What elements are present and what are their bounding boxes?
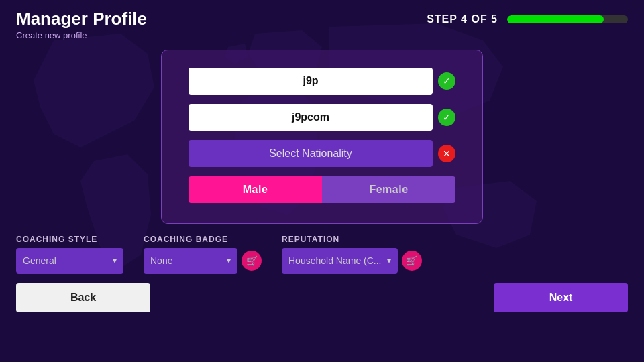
username-input[interactable]	[189, 68, 433, 95]
header: Manager Profile Create new profile STEP …	[0, 0, 644, 40]
reputation-group: REPUTATION Household Name (C... ▾ 🛒	[282, 235, 422, 274]
back-button[interactable]: Back	[16, 283, 150, 312]
coaching-style-group: COACHING STYLE General ▾	[16, 235, 123, 274]
display-name-check-icon: ✓	[438, 109, 455, 126]
gender-male-button[interactable]: Male	[189, 176, 322, 203]
gender-toggle: Male Female	[189, 176, 455, 203]
coaching-badge-wrapper: None ▾ 🛒	[144, 248, 262, 274]
footer: Back Next	[0, 274, 644, 312]
page-subtitle: Create new profile	[16, 30, 147, 40]
coaching-badge-label: COACHING BADGE	[144, 235, 262, 244]
coaching-style-label: COACHING STYLE	[16, 235, 123, 244]
username-check-icon: ✓	[438, 72, 455, 90]
coaching-style-wrapper: General ▾	[16, 248, 123, 274]
coaching-style-value: General	[23, 255, 56, 266]
nationality-error-icon: ✕	[438, 145, 455, 162]
page-title: Manager Profile	[16, 9, 147, 29]
reputation-cart-icon[interactable]: 🛒	[402, 251, 422, 271]
display-name-row: ✓	[189, 104, 455, 131]
nationality-row: Select Nationality ✕	[189, 140, 455, 167]
coaching-badge-group: COACHING BADGE None ▾ 🛒	[144, 235, 262, 274]
display-name-input[interactable]	[189, 104, 433, 131]
progress-bar-container	[507, 15, 628, 23]
bottom-section: COACHING STYLE General ▾ COACHING BADGE …	[0, 224, 644, 274]
progress-bar-fill	[507, 15, 604, 23]
reputation-chevron-icon: ▾	[387, 256, 391, 265]
username-row: ✓	[189, 68, 455, 95]
coaching-badge-cart-icon[interactable]: 🛒	[241, 251, 262, 271]
coaching-badge-select[interactable]: None ▾	[144, 248, 237, 274]
nationality-select[interactable]: Select Nationality	[189, 140, 433, 167]
step-label: STEP 4 OF 5	[427, 13, 498, 25]
reputation-value: Household Name (C...	[288, 255, 382, 266]
coaching-badge-chevron-icon: ▾	[227, 256, 231, 265]
gender-female-button[interactable]: Female	[322, 176, 455, 203]
next-button[interactable]: Next	[494, 283, 628, 312]
profile-form-card: ✓ ✓ Select Nationality ✕ Male Female	[161, 50, 483, 224]
step-info: STEP 4 OF 5	[427, 13, 628, 25]
coaching-badge-value: None	[150, 255, 172, 266]
header-title-group: Manager Profile Create new profile	[16, 9, 147, 40]
reputation-label: REPUTATION	[282, 235, 422, 244]
coaching-style-chevron-icon: ▾	[113, 256, 117, 265]
nationality-placeholder: Select Nationality	[269, 147, 352, 160]
reputation-select[interactable]: Household Name (C... ▾	[282, 248, 398, 274]
reputation-wrapper: Household Name (C... ▾ 🛒	[282, 248, 422, 274]
coaching-style-select[interactable]: General ▾	[16, 248, 123, 274]
